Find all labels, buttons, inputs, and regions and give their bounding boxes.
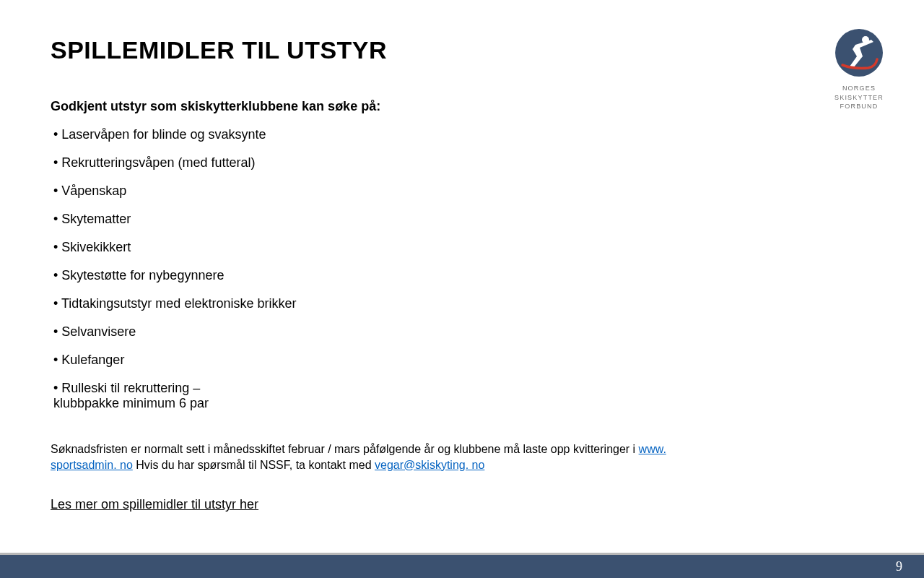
- list-item: Laservåpen for blinde og svaksynte: [51, 127, 707, 142]
- slide-title: SPILLEMIDLER TIL UTSTYR: [51, 36, 707, 64]
- list-item: Våpenskap: [51, 184, 707, 199]
- list-item: Skytestøtte for nybegynnere: [51, 268, 707, 283]
- list-item: Rekrutteringsvåpen (med futteral): [51, 155, 707, 171]
- contact-email-link[interactable]: vegar@skiskyting. no: [375, 459, 484, 471]
- intro-text: Godkjent utstyr som skiskytterklubbene k…: [51, 99, 707, 114]
- list-item: Skivekikkert: [51, 240, 707, 255]
- page-number: 9: [896, 559, 902, 574]
- deadline-note: Søknadsfristen er normalt sett i månedss…: [51, 441, 707, 473]
- note-text-2: Hvis du har spørsmål til NSSF, ta kontak…: [133, 459, 375, 471]
- slide-content: SPILLEMIDLER TIL UTSTYR Godkjent utstyr …: [0, 0, 758, 512]
- list-item: Tidtakingsutstyr med elektroniske brikke…: [51, 296, 707, 311]
- logo-text-line3: FORBUND: [823, 102, 895, 111]
- list-item: Kulefanger: [51, 353, 707, 368]
- list-item: Skytematter: [51, 212, 707, 227]
- logo-text-line1: NORGES: [823, 84, 895, 93]
- logo-text-line2: SKISKYTTER: [823, 93, 895, 103]
- note-text-1: Søknadsfristen er normalt sett i månedss…: [51, 443, 639, 455]
- read-more-link[interactable]: Les mer om spillemidler til utstyr her: [51, 497, 258, 512]
- equipment-list: Laservåpen for blinde og svaksynte Rekru…: [51, 127, 707, 411]
- list-item: Rulleski til rekruttering – klubbpakke m…: [51, 381, 267, 411]
- footer-bar: 9: [0, 555, 924, 578]
- org-logo-block: NORGES SKISKYTTER FORBUND: [823, 27, 895, 111]
- biathlon-logo-icon: [834, 27, 884, 78]
- list-item: Selvanvisere: [51, 324, 707, 340]
